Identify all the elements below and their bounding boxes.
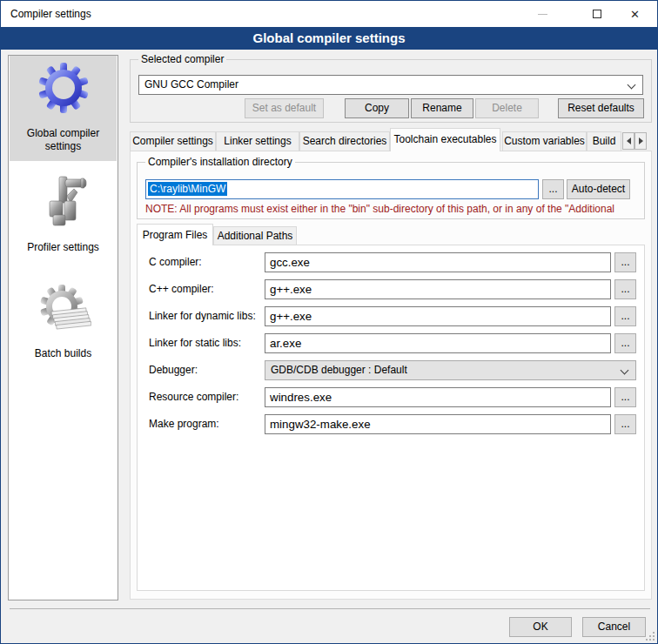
static-linker-browse-button[interactable]: ... (614, 333, 636, 353)
cpp-compiler-input[interactable] (265, 279, 611, 299)
subtab-program-files[interactable]: Program Files (137, 224, 213, 245)
window-title: Compiler settings (10, 8, 91, 20)
c-compiler-browse-button[interactable]: ... (614, 252, 636, 272)
cpp-compiler-label: C++ compiler: (149, 279, 214, 299)
c-compiler-label: C compiler: (149, 252, 202, 272)
compiler-select-value: GNU GCC Compiler (144, 78, 238, 91)
dynamic-linker-input[interactable] (265, 306, 611, 326)
browse-directory-button[interactable]: ... (542, 179, 564, 199)
selected-path-text: C:\raylib\MinGW (148, 182, 227, 196)
installation-directory-input[interactable]: C:\raylib\MinGW (145, 179, 539, 199)
chevron-down-icon (621, 366, 629, 375)
sidebar-item-batch-builds[interactable]: Batch builds (10, 278, 117, 394)
group-legend: Selected compiler (138, 53, 226, 66)
bin-subdirectory-note: NOTE: All programs must exist either in … (145, 202, 640, 216)
make-program-input[interactable] (265, 414, 611, 434)
sidebar-item-label: Global compiler settings (10, 127, 117, 153)
sidebar-item-global-compiler-settings[interactable]: Global compiler settings (10, 56, 117, 161)
cancel-button[interactable]: Cancel (582, 617, 646, 637)
dynamic-linker-browse-button[interactable]: ... (614, 306, 636, 326)
tab-build-options[interactable]: Build (587, 131, 621, 151)
maximize-icon (593, 10, 601, 18)
tab-scroll-right-button[interactable] (634, 132, 647, 150)
static-linker-input[interactable] (265, 333, 611, 353)
footer-divider (10, 608, 650, 609)
gray-gear-stack-icon (36, 283, 91, 339)
resource-compiler-input[interactable] (265, 387, 611, 407)
tab-compiler-settings[interactable]: Compiler settings (130, 131, 216, 151)
compiler-select[interactable]: GNU GCC Compiler (138, 75, 643, 95)
tab-linker-settings[interactable]: Linker settings (216, 131, 299, 151)
make-program-label: Make program: (149, 414, 219, 434)
debugger-select[interactable]: GDB/CDB debugger : Default (265, 360, 636, 380)
static-linker-label: Linker for static libs: (149, 333, 241, 353)
resize-grip[interactable] (646, 632, 655, 641)
sidebar-item-label: Batch builds (35, 347, 91, 360)
set-as-default-button[interactable]: Set as default (245, 98, 324, 118)
resource-compiler-label: Resource compiler: (149, 387, 238, 407)
ok-button[interactable]: OK (509, 617, 572, 637)
copy-button[interactable]: Copy (345, 98, 409, 118)
maximize-button[interactable] (577, 1, 616, 27)
tab-search-directories[interactable]: Search directories (299, 131, 390, 151)
close-button[interactable]: ✕ (615, 1, 655, 27)
minimize-icon (538, 14, 547, 15)
reset-defaults-button[interactable]: Reset defaults (558, 98, 644, 118)
auto-detect-button[interactable]: Auto-detect (567, 179, 630, 199)
page-title: Global compiler settings (1, 27, 657, 50)
debugger-label: Debugger: (149, 360, 198, 380)
compiler-settings-dialog: Compiler settings ✕ Global compiler sett… (0, 0, 658, 644)
rename-button[interactable]: Rename (411, 98, 473, 118)
scroll-right-icon (639, 138, 643, 144)
title-bar: Compiler settings ✕ (1, 1, 657, 27)
resource-compiler-browse-button[interactable]: ... (614, 387, 636, 407)
chevron-down-icon (628, 81, 636, 90)
caliper-icon (36, 173, 91, 229)
subtab-additional-paths[interactable]: Additional Paths (213, 226, 297, 245)
settings-category-list: Global compiler settings (8, 55, 118, 600)
group-legend: Compiler's installation directory (145, 156, 295, 169)
tab-scroll-left-button[interactable] (622, 132, 634, 150)
delete-button[interactable]: Delete (475, 98, 539, 118)
tab-toolchain-executables[interactable]: Toolchain executables (390, 128, 500, 151)
close-icon: ✕ (630, 9, 640, 20)
c-compiler-input[interactable] (265, 252, 611, 272)
debugger-select-value: GDB/CDB debugger : Default (271, 364, 407, 376)
sidebar-item-label: Profiler settings (27, 241, 99, 254)
scroll-left-icon (627, 138, 631, 144)
sidebar-item-profiler-settings[interactable]: Profiler settings (10, 161, 117, 278)
minimize-button[interactable] (523, 1, 562, 27)
cpp-compiler-browse-button[interactable]: ... (614, 279, 636, 299)
dynamic-linker-label: Linker for dynamic libs: (149, 306, 256, 326)
blue-gear-icon (36, 61, 91, 117)
make-program-browse-button[interactable]: ... (614, 414, 636, 434)
tab-custom-variables[interactable]: Custom variables (502, 131, 587, 151)
